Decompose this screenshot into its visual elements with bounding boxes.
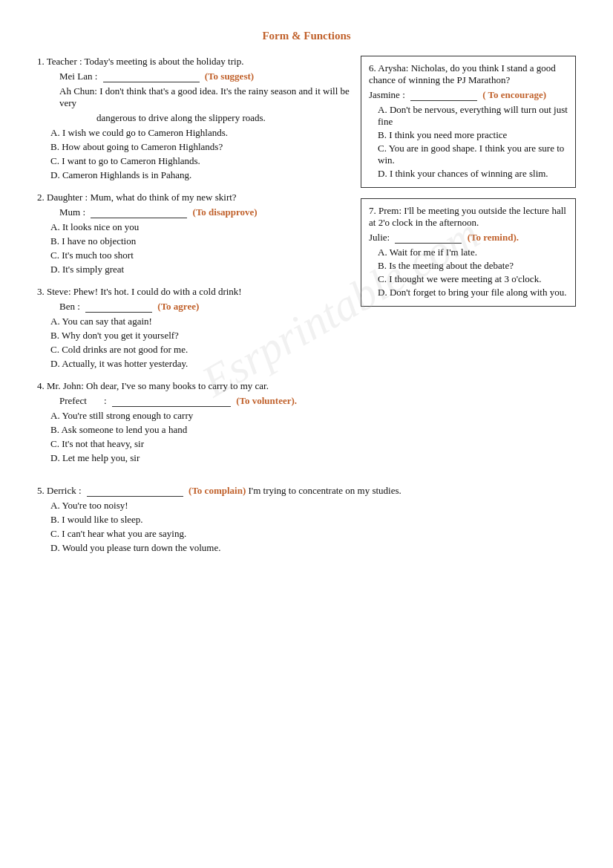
q4-optB: B. Ask someone to lend you a hand (50, 424, 353, 436)
q3-speaker-line: Ben : (To agree) (59, 301, 353, 313)
q6-optD: D. I think your chances of winning are s… (378, 168, 568, 180)
page-title: Form & Functions (37, 30, 576, 42)
q5-stem: 5. Derrick : (37, 485, 82, 496)
q1-optB: B. How about going to Cameron Highlands? (50, 141, 353, 153)
q4-function: (To volunteer). (236, 395, 297, 406)
q2-function: (To disapprove) (193, 206, 258, 218)
q4-stem: 4. Mr. John: Oh dear, I've so many books… (37, 380, 353, 392)
q1-stem: 1. Teacher : Today's meeting is about th… (37, 56, 353, 68)
q1-blank (103, 82, 200, 82)
q2-stem: 2. Daughter : Mum, what do think of my n… (37, 192, 353, 203)
q4-speaker-line: Prefect : (To volunteer). (59, 395, 353, 407)
q7-speaker: Julie: (369, 232, 390, 243)
question-3: 3. Steve: Phew! It's hot. I could do wit… (37, 286, 353, 370)
q3-stem: 3. Steve: Phew! It's hot. I could do wit… (37, 286, 353, 298)
q5-blank (87, 496, 183, 497)
q4-optA: A. You're still strong enough to carry (50, 410, 353, 422)
q7-optA: A. Wait for me if I'm late. (378, 247, 568, 258)
q1-optD: D. Cameron Highlands is in Pahang. (50, 169, 353, 181)
q2-optD: D. It's simply great (50, 264, 353, 275)
q3-optC: C. Cold drinks are not good for me. (50, 344, 353, 356)
q1-options: A. I wish we could go to Cameron Highlan… (50, 127, 353, 181)
q4-optC: C. It's not that heavy, sir (50, 438, 353, 450)
q6-speaker-line: Jasmine : ( To encourage) (369, 89, 568, 101)
q3-options: A. You can say that again! B. Why don't … (50, 316, 353, 370)
q7-speaker-line: Julie: (To remind). (369, 232, 568, 244)
q2-optB: B. I have no objection (50, 235, 353, 247)
q1-function: (To suggest) (205, 71, 254, 82)
q7-blank (395, 243, 462, 244)
q4-optD: D. Let me help you, sir (50, 452, 353, 464)
q7-optB: B. Is the meeting about the debate? (378, 260, 568, 272)
q1-speaker: Mei Lan : (59, 71, 97, 82)
q5-options: A. You're too noisy! B. I would like to … (50, 500, 576, 554)
question-2: 2. Daughter : Mum, what do think of my n… (37, 192, 353, 275)
q3-optB: B. Why don't you get it yourself? (50, 330, 353, 342)
question-7-box: 7. Prem: I'll be meeting you outside the… (361, 198, 576, 307)
q1-continuation2: dangerous to drive along the slippery ro… (96, 112, 353, 124)
q6-options: A. Don't be nervous, everything will tur… (378, 104, 568, 180)
q2-optA: A. It looks nice on you (50, 221, 353, 233)
q7-function: (To remind). (468, 232, 519, 243)
q6-optA: A. Don't be nervous, everything will tur… (378, 104, 568, 128)
q1-optA: A. I wish we could go to Cameron Highlan… (50, 127, 353, 139)
q6-stem: 6. Arysha: Nicholas, do you think I stan… (369, 62, 568, 86)
q6-optC: C. You are in good shape. I think you ar… (378, 143, 568, 166)
q5-continuation: I'm trying to concentrate on my studies. (248, 485, 401, 496)
q5-optA: A. You're too noisy! (50, 500, 576, 512)
question-4: 4. Mr. John: Oh dear, I've so many books… (37, 380, 353, 464)
q5-stem-line: 5. Derrick : (To complain) I'm trying to… (37, 485, 576, 497)
question-5: 5. Derrick : (To complain) I'm trying to… (37, 485, 576, 554)
q7-optC: C. I thought we were meeting at 3 o'cloc… (378, 273, 568, 285)
q3-optA: A. You can say that again! (50, 316, 353, 327)
q4-blank (112, 406, 231, 407)
q3-blank (85, 312, 152, 313)
q3-function: (To agree) (157, 301, 199, 312)
question-1: 1. Teacher : Today's meeting is about th… (37, 56, 353, 181)
q3-optD: D. Actually, it was hotter yesterday. (50, 358, 353, 370)
q5-optD: D. Would you please turn down the volume… (50, 542, 576, 554)
q5-function: (To complain) (189, 485, 246, 496)
q2-blank (91, 218, 187, 218)
q2-optC: C. It's much too short (50, 249, 353, 261)
q4-speaker: Prefect (59, 395, 87, 406)
question-6-box: 6. Arysha: Nicholas, do you think I stan… (361, 56, 576, 188)
q7-optD: D. Don't forget to bring your file along… (378, 287, 568, 298)
q2-options: A. It looks nice on you B. I have no obj… (50, 221, 353, 275)
q6-speaker: Jasmine : (369, 89, 405, 100)
q5-optB: B. I would like to sleep. (50, 514, 576, 526)
q1-speaker-line: Mei Lan : (To suggest) (59, 71, 353, 82)
q7-stem: 7. Prem: I'll be meeting you outside the… (369, 205, 568, 229)
q4-options: A. You're still strong enough to carry B… (50, 410, 353, 464)
q6-blank (410, 100, 477, 101)
q1-continuation: Ah Chun: I don't think that's a good ide… (59, 85, 353, 109)
q1-optC: C. I want to go to Cameron Highlands. (50, 155, 353, 167)
q2-speaker-line: Mum : (To disapprove) (59, 206, 353, 218)
q7-options: A. Wait for me if I'm late. B. Is the me… (378, 247, 568, 298)
q6-optB: B. I think you need more practice (378, 129, 568, 141)
q6-function: ( To encourage) (482, 89, 546, 100)
q2-speaker: Mum : (59, 206, 85, 218)
q3-speaker: Ben : (59, 301, 80, 312)
q5-optC: C. I can't hear what you are saying. (50, 528, 576, 540)
